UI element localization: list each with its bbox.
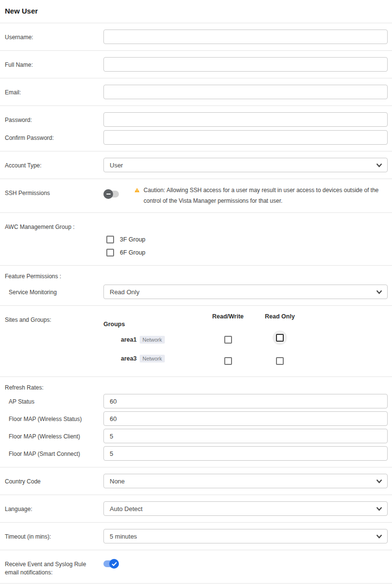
check-icon	[112, 562, 117, 566]
language-value: Auto Detect	[110, 505, 143, 512]
toggle-knob	[103, 189, 113, 199]
email-input[interactable]	[103, 85, 388, 99]
ap-status-label: AP Status	[5, 394, 103, 408]
ssh-permissions-label: SSH Permissions	[5, 185, 103, 206]
page-title: New User	[0, 0, 392, 23]
chevron-down-icon	[376, 290, 382, 294]
ap-status-input[interactable]	[103, 394, 388, 408]
6f-group-checkbox[interactable]	[106, 249, 114, 256]
groups-column-header: Groups	[103, 312, 200, 328]
service-monitoring-value: Read Only	[110, 288, 139, 296]
chevron-down-icon	[376, 507, 382, 511]
3f-group-checkbox[interactable]	[106, 236, 114, 243]
network-badge: Network	[140, 355, 165, 362]
account-type-label: Account Type:	[5, 158, 103, 172]
service-monitoring-select[interactable]: Read Only	[103, 285, 388, 299]
chevron-down-icon	[376, 479, 382, 483]
checkbox-focus-halo	[273, 331, 287, 345]
username-input[interactable]	[103, 30, 388, 44]
language-label: Language:	[5, 501, 103, 516]
awc-management-group-row: AWC Management Group : 3F Group 6F Group	[0, 213, 392, 266]
username-row: Username:	[0, 23, 392, 51]
read-only-column-header: Read Only	[256, 312, 304, 328]
toggle-knob	[109, 559, 119, 569]
refresh-rates-label: Refresh Rates:	[5, 383, 388, 391]
floor-map-wireless-status-input[interactable]	[103, 411, 388, 426]
floor-map-wireless-client-label: Floor MAP (Wireless Client)	[5, 429, 103, 443]
site-row-area1: area1 Network	[103, 335, 200, 345]
email-row: Email:	[0, 78, 392, 106]
feature-permissions-label: Feature Permissions :	[5, 272, 388, 280]
account-type-row: Account Type: User	[0, 151, 392, 179]
ssh-warning: Caution: Allowing SSH access for a user …	[134, 185, 388, 206]
confirm-password-input[interactable]	[103, 130, 388, 145]
read-write-column-header: Read/Write	[200, 312, 256, 328]
confirm-password-label: Confirm Password:	[5, 130, 103, 145]
account-type-value: User	[110, 162, 123, 169]
password-section: Password: Confirm Password:	[0, 106, 392, 151]
minus-icon	[106, 194, 111, 195]
full-name-label: Full Name:	[5, 57, 103, 72]
service-monitoring-label: Service Monitoring	[5, 285, 103, 299]
email-notifications-label: Receive Event and Syslog Rule email noti…	[5, 557, 103, 577]
chevron-down-icon	[376, 534, 382, 539]
area3-read-write-checkbox[interactable]	[224, 357, 232, 365]
3f-group-label: 3F Group	[120, 236, 145, 243]
floor-map-smart-connect-input[interactable]	[103, 446, 388, 461]
account-type-select[interactable]: User	[103, 158, 388, 172]
floor-map-smart-connect-label: Floor MAP (Smart Connect)	[5, 446, 103, 461]
chevron-down-icon	[376, 163, 382, 167]
site-row-area3: area3 Network	[103, 354, 200, 363]
site-name: area1	[121, 336, 137, 343]
awc-option-row: 3F Group	[103, 236, 388, 243]
language-row: Language: Auto Detect	[0, 495, 392, 523]
awc-option-row: 6F Group	[103, 249, 388, 256]
timeout-label: Timeout (in mins):	[5, 529, 103, 543]
floor-map-wireless-client-input[interactable]	[103, 429, 388, 443]
network-badge: Network	[140, 336, 165, 344]
country-code-label: Country Code	[5, 474, 103, 488]
ssh-permissions-toggle[interactable]	[103, 189, 119, 199]
email-label: Email:	[5, 85, 103, 99]
email-notifications-row: Receive Event and Syslog Rule email noti…	[0, 550, 392, 584]
new-user-form: New User Username: Full Name: Email: Pas…	[0, 0, 392, 587]
full-name-input[interactable]	[103, 57, 388, 72]
timeout-value: 5 minutes	[110, 533, 137, 540]
network-topology-section: Network Topology Layout Layouts can be c…	[0, 584, 392, 587]
sites-and-groups-label: Sites and Groups:	[5, 312, 103, 368]
area3-read-only-checkbox[interactable]	[276, 357, 284, 365]
timeout-select[interactable]: 5 minutes	[103, 529, 388, 543]
6f-group-label: 6F Group	[120, 249, 145, 256]
warning-icon	[134, 186, 140, 194]
floor-map-wireless-status-label: Floor MAP (Wireless Status)	[5, 411, 103, 426]
timeout-row: Timeout (in mins): 5 minutes	[0, 523, 392, 550]
awc-management-group-label: AWC Management Group :	[5, 219, 103, 256]
country-code-value: None	[110, 478, 125, 485]
country-code-select[interactable]: None	[103, 474, 388, 488]
language-select[interactable]: Auto Detect	[103, 501, 388, 516]
password-label: Password:	[5, 112, 103, 127]
area1-read-write-checkbox[interactable]	[224, 336, 232, 344]
area1-read-only-checkbox[interactable]	[276, 334, 284, 342]
site-name: area3	[121, 355, 137, 362]
username-label: Username:	[5, 30, 103, 44]
country-code-row: Country Code None	[0, 467, 392, 495]
sites-and-groups-section: Sites and Groups: Groups Read/Write Read…	[0, 306, 392, 377]
password-input[interactable]	[103, 112, 388, 127]
full-name-row: Full Name:	[0, 51, 392, 78]
refresh-rates-section: Refresh Rates: AP Status Floor MAP (Wire…	[0, 377, 392, 467]
email-notifications-toggle[interactable]	[103, 559, 119, 569]
ssh-warning-text: Caution: Allowing SSH access for a user …	[144, 185, 388, 206]
feature-permissions-section: Feature Permissions : Service Monitoring…	[0, 266, 392, 306]
ssh-permissions-row: SSH Permissions Caution: Allowing SSH ac…	[0, 179, 392, 213]
